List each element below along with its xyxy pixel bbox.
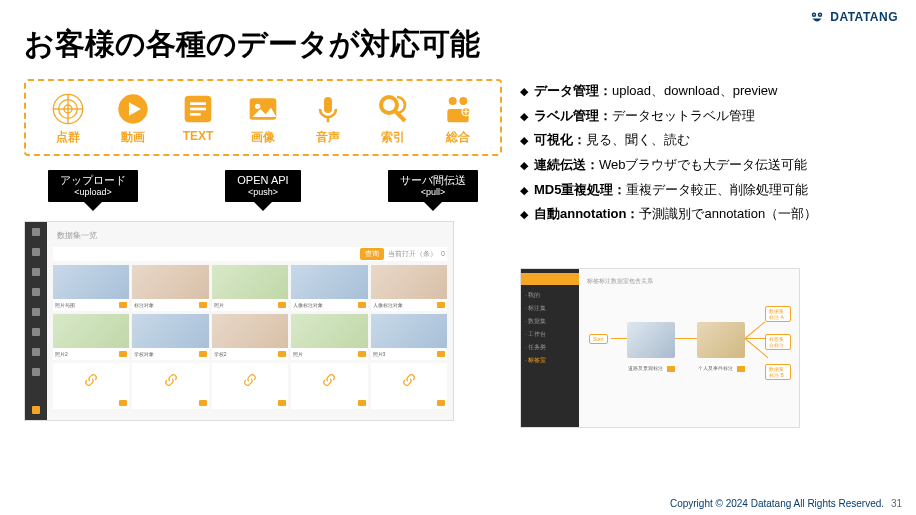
data-type-icons: 点群 動画 TEXT 画像 音声 索引 総合 bbox=[24, 79, 502, 156]
bullet-item: ラベル管理：データセットラベル管理 bbox=[520, 104, 890, 129]
page-number: 31 bbox=[891, 498, 902, 509]
bullet-item: MD5重複処理：重複データ較正、削除処理可能 bbox=[520, 178, 890, 203]
index-icon: 索引 bbox=[363, 93, 423, 146]
text-icon: TEXT bbox=[168, 93, 228, 146]
brand-logo: DATATANG bbox=[808, 8, 898, 26]
svg-rect-13 bbox=[190, 113, 201, 116]
bullet-item: 連続伝送：Webブラウザでも大データ伝送可能 bbox=[520, 153, 890, 178]
upload-arrow: アップロード<upload> bbox=[48, 170, 138, 211]
video-icon: 動画 bbox=[103, 93, 163, 146]
owl-icon bbox=[808, 8, 826, 26]
pointcloud-icon: 点群 bbox=[38, 93, 98, 146]
svg-point-18 bbox=[449, 97, 457, 105]
integration-icon: 総合 bbox=[428, 93, 488, 146]
svg-rect-16 bbox=[324, 97, 332, 113]
svg-point-2 bbox=[813, 14, 815, 16]
svg-rect-11 bbox=[190, 102, 206, 105]
svg-rect-12 bbox=[190, 108, 206, 111]
dataset-grid-screenshot: 数据集一览 查询当前打开（条）0 照片与图标注对象照片人像标注对象人像标注对象照… bbox=[24, 221, 454, 421]
audio-icon: 音声 bbox=[298, 93, 358, 146]
svg-point-3 bbox=[819, 14, 821, 16]
image-icon: 画像 bbox=[233, 93, 293, 146]
workflow-screenshot: · 我的· 标注集· 数据集· 工作台· 任务类· 标签室 标签标注数据室包含关… bbox=[520, 268, 800, 428]
bullet-item: データ管理：upload、download、preview bbox=[520, 79, 890, 104]
pull-arrow: サーバ間伝送<pull> bbox=[388, 170, 478, 211]
upload-arrows: アップロード<upload> OPEN API<push> サーバ間伝送<pul… bbox=[24, 156, 502, 221]
brand-name: DATATANG bbox=[830, 10, 898, 24]
bullet-item: 自動annotation：予測識別でannotation（一部） bbox=[520, 202, 890, 227]
copyright: Copyright © 2024 Datatang All Rights Res… bbox=[670, 498, 884, 509]
api-arrow: OPEN API<push> bbox=[225, 170, 300, 211]
svg-point-15 bbox=[255, 104, 260, 109]
bullet-item: 可視化：見る、聞く、読む bbox=[520, 128, 890, 153]
svg-point-19 bbox=[459, 97, 467, 105]
page-title: お客様の各種のデータが対応可能 bbox=[24, 24, 916, 65]
footer: Copyright © 2024 Datatang All Rights Res… bbox=[670, 498, 902, 509]
